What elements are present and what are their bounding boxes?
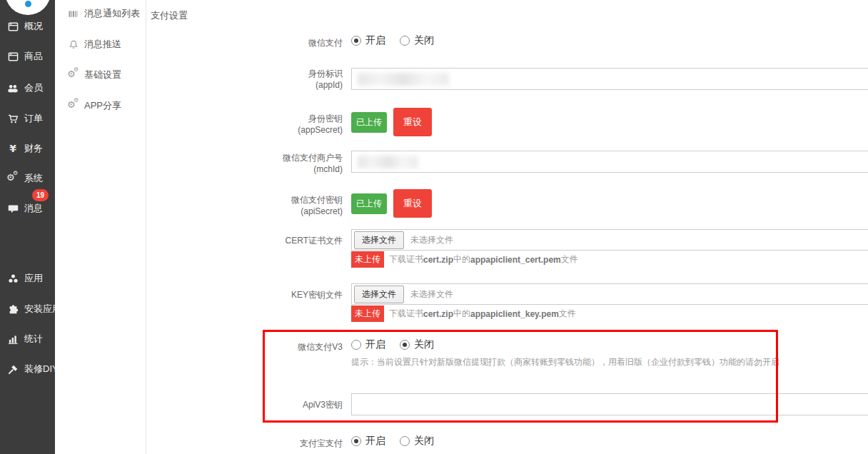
- uploaded-badge: 已上传: [351, 112, 387, 133]
- radio-checked-icon[interactable]: [351, 36, 361, 46]
- field-label: 微信支付商户号: [146, 152, 343, 163]
- reset-button[interactable]: 重设: [393, 189, 432, 218]
- key-file-input[interactable]: 选择文件 未选择文件: [351, 283, 868, 305]
- blurred-value: [358, 156, 418, 168]
- unread-count-badge: 19: [32, 189, 49, 201]
- reset-button[interactable]: 重设: [393, 108, 432, 136]
- choose-file-button[interactable]: 选择文件: [354, 286, 404, 303]
- sidebar-item-label: 会员: [24, 81, 43, 94]
- field-label: KEY密钥文件: [146, 289, 343, 301]
- field-label: 微信支付密钥: [146, 194, 343, 206]
- window-icon: [6, 21, 19, 32]
- sidebar-item-statistics[interactable]: 统计: [6, 332, 43, 346]
- puzzle-icon: [6, 303, 19, 315]
- hammer-icon: [6, 363, 19, 375]
- users-icon: [6, 82, 19, 94]
- submenu-item-message-push[interactable]: 消息推送: [67, 36, 121, 52]
- submenu-item-basic-settings[interactable]: ⚙⚙ 基础设置: [67, 67, 121, 83]
- apps-icon: [6, 273, 19, 284]
- radio-checked-icon[interactable]: [351, 436, 361, 446]
- apisecret-controls: 已上传 重设: [351, 189, 432, 218]
- appsecret-controls: 已上传 重设: [351, 108, 432, 136]
- sidebar-item-orders[interactable]: 订单: [6, 111, 43, 126]
- bar-chart-icon: [6, 333, 19, 345]
- cert-file-input[interactable]: 选择文件 未选择文件: [351, 229, 868, 251]
- window-icon: [6, 51, 19, 62]
- radio-checked-icon[interactable]: [400, 340, 410, 350]
- submenu-item-app-share[interactable]: ⚙⚙ APP分享: [67, 98, 121, 113]
- secondary-sidebar: 消息通知列表 消息推送 ⚙⚙ 基础设置 ⚙⚙ APP分享: [55, 0, 146, 454]
- uploaded-badge: 已上传: [351, 193, 387, 214]
- radio-option-on[interactable]: 开启: [351, 34, 385, 47]
- sidebar-item-label: 系统: [24, 172, 43, 185]
- wechat-pay-radio-group: 开启 关闭: [351, 34, 434, 47]
- key-upload-hint: 未上传 下载证书 cert.zip 中的 appapiclient_key.pe…: [351, 306, 576, 322]
- alipay-radio-group: 开启 关闭: [351, 435, 434, 448]
- sidebar-item-apps[interactable]: 应用: [6, 271, 43, 286]
- cart-icon: [6, 113, 19, 124]
- field-label: 微信支付V3: [146, 341, 343, 353]
- sidebar-item-system[interactable]: ⚙⚙ 系统: [6, 171, 43, 186]
- wechat-pay-v3-radio-group: 开启 关闭: [351, 338, 434, 351]
- sidebar-item-label: 订单: [24, 112, 43, 125]
- field-label: 支付宝支付: [146, 438, 343, 449]
- page-title: 支付设置: [151, 9, 188, 22]
- sidebar-item-label: 概况: [24, 20, 43, 33]
- blurred-value: [358, 73, 449, 86]
- field-sublabel: (mchId): [146, 163, 343, 175]
- sidebar-item-label: 统计: [24, 333, 43, 345]
- not-uploaded-badge: 未上传: [351, 251, 384, 268]
- not-uploaded-badge: 未上传: [351, 306, 384, 322]
- field-sublabel: (appId): [146, 79, 343, 91]
- zip-filename: cert.zip: [423, 309, 453, 319]
- sidebar-item-messages[interactable]: 消息: [6, 201, 43, 216]
- radio-option-on[interactable]: 开启: [351, 435, 385, 448]
- radio-unchecked-icon[interactable]: [400, 436, 410, 446]
- yen-icon: ¥: [6, 143, 19, 154]
- app-window: 概况 商品 会员 订单 ¥ 财务 ⚙⚙: [0, 0, 868, 454]
- cert-upload-hint: 未上传 下载证书 cert.zip 中的 appapiclient_cert.p…: [351, 251, 578, 268]
- comment-icon: [6, 203, 19, 214]
- sidebar-item-label: 财务: [24, 142, 43, 155]
- sidebar-item-overview[interactable]: 概况: [6, 19, 43, 34]
- no-file-text: 未选择文件: [410, 234, 453, 246]
- sidebar-item-label: 消息: [24, 202, 43, 215]
- sidebar-item-products[interactable]: 商品: [6, 49, 43, 64]
- v3-hint-text: 提示：当前设置只针对新版微信提现打款（商家转账到零钱功能），用着旧版（企业付款到…: [351, 356, 779, 368]
- radio-option-on[interactable]: 开启: [351, 338, 385, 351]
- field-sublabel: (appSecret): [146, 124, 343, 136]
- sidebar-item-label: 装修DIY: [24, 363, 59, 375]
- field-label: CERT证书文件: [146, 235, 343, 246]
- submenu-item-notification-list[interactable]: 消息通知列表: [67, 6, 140, 21]
- submenu-item-label: APP分享: [84, 99, 121, 112]
- radio-option-off[interactable]: 关闭: [400, 338, 434, 351]
- field-sublabel: (apiSecret): [146, 206, 343, 217]
- pem-filename: appapiclient_cert.pem: [470, 255, 561, 265]
- radio-option-off[interactable]: 关闭: [400, 34, 434, 47]
- mchid-input[interactable]: [351, 151, 868, 173]
- primary-sidebar: 概况 商品 会员 订单 ¥ 财务 ⚙⚙: [0, 0, 55, 454]
- pem-filename: appapiclient_key.pem: [470, 309, 559, 319]
- apiv3-key-input[interactable]: [351, 393, 868, 415]
- sidebar-item-install-apps[interactable]: 安装应用: [6, 302, 61, 316]
- avatar[interactable]: [5, 0, 51, 15]
- list-bars-icon: [67, 8, 79, 19]
- choose-file-button[interactable]: 选择文件: [354, 231, 404, 249]
- radio-unchecked-icon[interactable]: [400, 36, 410, 46]
- radio-option-off[interactable]: 关闭: [400, 435, 434, 448]
- avatar-logo-dot: [25, 1, 31, 7]
- submenu-item-label: 消息通知列表: [84, 7, 140, 20]
- sidebar-item-members[interactable]: 会员: [6, 81, 43, 95]
- appid-input[interactable]: [351, 68, 868, 90]
- submenu-item-label: 基础设置: [84, 69, 121, 81]
- sidebar-item-label: 应用: [24, 272, 43, 285]
- sidebar-item-label: 商品: [24, 50, 43, 63]
- radio-unchecked-icon[interactable]: [351, 340, 361, 350]
- field-label: 身份密钥: [146, 113, 343, 124]
- field-label: ApiV3密钥: [146, 399, 343, 410]
- field-label: 微信支付: [146, 37, 343, 49]
- bell-icon: [67, 39, 79, 50]
- sidebar-item-finance[interactable]: ¥ 财务: [6, 141, 43, 156]
- zip-filename: cert.zip: [423, 255, 453, 265]
- sidebar-item-decorate-diy[interactable]: 装修DIY: [6, 362, 59, 376]
